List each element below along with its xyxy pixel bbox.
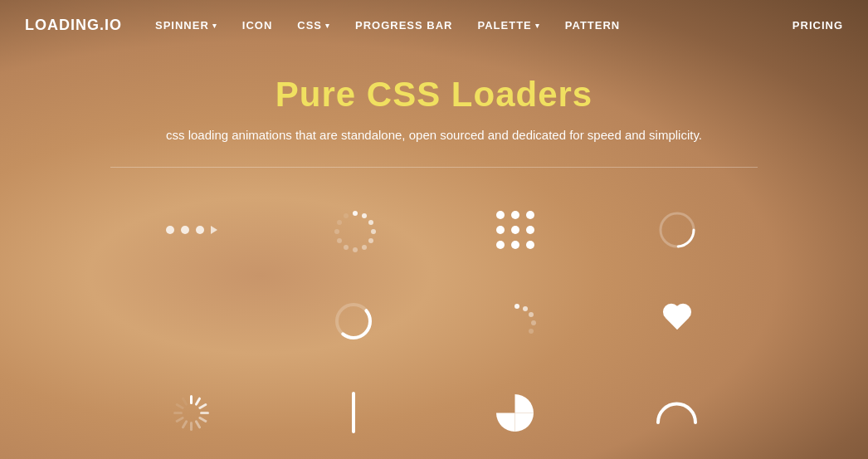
nav-pricing[interactable]: PRICING — [792, 19, 843, 32]
css-arrow-icon: ▾ — [325, 22, 330, 30]
loader-grid-dots[interactable] — [434, 184, 596, 276]
loader-partial-dots[interactable] — [434, 276, 596, 367]
nav-spinner[interactable]: SPINNER ▾ — [155, 19, 217, 32]
svg-line-31 — [177, 404, 183, 408]
svg-line-29 — [177, 417, 183, 421]
svg-line-28 — [183, 421, 187, 427]
loader-line[interactable] — [272, 367, 434, 458]
svg-point-8 — [337, 238, 342, 243]
nav-links: SPINNER ▾ ICON CSS ▾ PROGRESS BAR PALETT… — [155, 19, 792, 32]
nav-css[interactable]: CSS ▾ — [297, 19, 330, 32]
loader-grid — [110, 176, 758, 459]
svg-line-25 — [200, 417, 206, 421]
svg-point-5 — [362, 245, 367, 250]
svg-point-17 — [523, 306, 528, 311]
svg-point-20 — [529, 329, 534, 334]
svg-point-19 — [531, 320, 536, 325]
loader-pacman[interactable] — [434, 367, 596, 458]
svg-line-23 — [200, 404, 206, 408]
svg-point-18 — [529, 312, 534, 317]
svg-point-9 — [334, 229, 339, 234]
loader-circle-outline[interactable] — [596, 184, 758, 276]
svg-point-10 — [337, 220, 342, 225]
loader-ring[interactable] — [272, 184, 434, 276]
hero-section: Pure CSS Loaders css loading animations … — [0, 50, 868, 150]
svg-point-7 — [344, 245, 349, 250]
loader-heart[interactable] — [596, 276, 758, 367]
loader-bars[interactable] — [110, 276, 272, 367]
hero-subtitle: css loading animations that are standalo… — [17, 128, 851, 142]
loader-dots[interactable] — [110, 184, 272, 276]
nav-palette[interactable]: PALETTE ▾ — [478, 19, 540, 32]
navigation: LOADING.IO SPINNER ▾ ICON CSS ▾ PROGRESS… — [0, 0, 868, 50]
section-divider — [110, 167, 758, 168]
nav-icon[interactable]: ICON — [242, 19, 273, 32]
loader-arc2[interactable] — [596, 367, 758, 458]
nav-pattern[interactable]: PATTERN — [565, 19, 620, 32]
spinner-arrow-icon: ▾ — [212, 22, 217, 30]
loader-radial[interactable] — [110, 367, 272, 458]
svg-point-11 — [344, 213, 349, 218]
svg-point-3 — [371, 229, 376, 234]
palette-arrow-icon: ▾ — [535, 22, 540, 30]
svg-point-0 — [353, 211, 358, 216]
svg-point-1 — [362, 213, 367, 218]
nav-progress-bar[interactable]: PROGRESS BAR — [355, 19, 452, 32]
logo[interactable]: LOADING.IO — [25, 17, 122, 34]
svg-point-2 — [368, 220, 373, 225]
svg-line-26 — [197, 421, 200, 427]
svg-point-16 — [514, 304, 519, 309]
svg-line-22 — [197, 398, 200, 404]
svg-point-6 — [353, 247, 358, 252]
svg-line-32 — [183, 398, 187, 404]
hero-title: Pure CSS Loaders — [17, 75, 851, 115]
loader-arc-spinner[interactable] — [272, 276, 434, 367]
svg-point-4 — [368, 238, 373, 243]
